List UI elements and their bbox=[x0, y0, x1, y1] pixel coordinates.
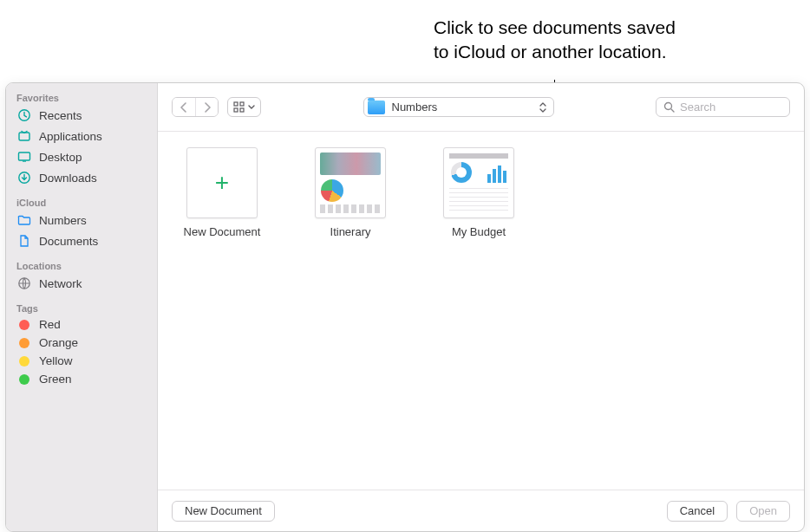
folder-icon bbox=[16, 212, 32, 228]
donut-chart-icon bbox=[451, 162, 472, 183]
callout-line-1: Click to see documents saved bbox=[434, 17, 676, 37]
table-lines-icon bbox=[449, 188, 508, 212]
sidebar-item-desktop[interactable]: Desktop bbox=[6, 146, 157, 167]
svg-rect-7 bbox=[240, 102, 244, 106]
sidebar-item-label: Green bbox=[39, 373, 72, 386]
open-button[interactable]: Open bbox=[736, 501, 790, 522]
document-thumbnail bbox=[443, 147, 514, 218]
chevron-down-icon bbox=[248, 105, 255, 110]
tag-dot-green bbox=[19, 374, 29, 385]
sidebar-item-recents[interactable]: Recents bbox=[6, 105, 157, 126]
sidebar-item-label: Applications bbox=[39, 130, 102, 143]
section-header-locations: Locations bbox=[6, 256, 157, 273]
grid-item-label: Itinerary bbox=[330, 225, 371, 238]
tag-dot-yellow bbox=[19, 356, 29, 367]
section-header-favorites: Favorites bbox=[6, 88, 157, 105]
search-input[interactable] bbox=[680, 101, 782, 114]
svg-rect-3 bbox=[23, 161, 26, 162]
sidebar-item-label: Desktop bbox=[39, 151, 82, 164]
sidebar-item-label: Downloads bbox=[39, 172, 97, 185]
new-document-button[interactable]: New Document bbox=[172, 501, 275, 522]
sidebar-tag-orange[interactable]: Orange bbox=[6, 334, 157, 352]
view-mode-popup[interactable] bbox=[227, 97, 261, 117]
sidebar: Favorites Recents Applications Desktop D… bbox=[6, 83, 158, 531]
open-dialog: Favorites Recents Applications Desktop D… bbox=[5, 82, 805, 532]
sidebar-item-applications[interactable]: Applications bbox=[6, 126, 157, 146]
document-thumbnail bbox=[315, 147, 386, 218]
svg-point-10 bbox=[665, 103, 672, 110]
section-header-tags: Tags bbox=[6, 299, 157, 315]
sidebar-item-label: Recents bbox=[39, 109, 82, 122]
forward-button[interactable] bbox=[195, 98, 218, 116]
new-document-thumbnail: + bbox=[186, 147, 258, 218]
main-panel: Numbers + New Document bbox=[158, 83, 804, 531]
location-popup[interactable]: Numbers bbox=[363, 97, 554, 117]
sidebar-item-label: Yellow bbox=[39, 354, 73, 367]
search-field[interactable] bbox=[656, 97, 790, 117]
grid-item-itinerary[interactable]: Itinerary bbox=[305, 147, 395, 238]
network-icon bbox=[16, 276, 32, 291]
document-icon bbox=[16, 233, 32, 249]
sidebar-tag-yellow[interactable]: Yellow bbox=[6, 352, 157, 370]
desktop-icon bbox=[16, 149, 32, 165]
clock-icon bbox=[16, 107, 32, 123]
bar-chart-icon bbox=[487, 162, 506, 183]
downloads-icon bbox=[16, 170, 32, 185]
sidebar-tag-red[interactable]: Red bbox=[6, 315, 157, 334]
nav-segmented-control bbox=[172, 97, 219, 117]
sidebar-item-label: Red bbox=[39, 318, 61, 331]
sidebar-item-label: Numbers bbox=[39, 214, 87, 227]
tag-dot-red bbox=[19, 320, 29, 330]
pie-chart-icon bbox=[321, 179, 343, 202]
back-button[interactable] bbox=[173, 98, 195, 116]
sidebar-item-documents[interactable]: Documents bbox=[6, 230, 157, 251]
search-icon bbox=[663, 101, 675, 113]
svg-rect-1 bbox=[19, 133, 29, 140]
svg-rect-9 bbox=[240, 108, 244, 112]
folder-icon bbox=[368, 101, 385, 114]
section-header-icloud: iCloud bbox=[6, 193, 157, 210]
sidebar-item-numbers[interactable]: Numbers bbox=[6, 210, 157, 230]
svg-rect-2 bbox=[19, 152, 30, 160]
toolbar: Numbers bbox=[158, 83, 804, 132]
plus-icon: + bbox=[187, 148, 257, 217]
svg-rect-6 bbox=[234, 102, 238, 106]
grid-item-label: New Document bbox=[184, 225, 261, 238]
sidebar-item-network[interactable]: Network bbox=[6, 273, 157, 294]
sidebar-item-label: Orange bbox=[39, 336, 78, 349]
file-grid: + New Document Itinerary My Budget bbox=[158, 132, 804, 490]
tag-dot-orange bbox=[19, 338, 29, 348]
callout-annotation: Click to see documents saved to iCloud o… bbox=[434, 16, 676, 65]
sidebar-item-downloads[interactable]: Downloads bbox=[6, 167, 157, 188]
sidebar-tag-green[interactable]: Green bbox=[6, 370, 157, 388]
grid-item-new-document[interactable]: + New Document bbox=[177, 147, 267, 238]
dialog-footer: New Document Cancel Open bbox=[158, 490, 804, 531]
cancel-button[interactable]: Cancel bbox=[667, 501, 728, 522]
grid-view-icon bbox=[233, 101, 245, 113]
sidebar-item-label: Documents bbox=[39, 235, 98, 248]
callout-line-2: to iCloud or another location. bbox=[434, 42, 667, 62]
sidebar-item-label: Network bbox=[39, 277, 82, 290]
grid-item-my-budget[interactable]: My Budget bbox=[434, 147, 524, 238]
popup-arrows-icon bbox=[538, 102, 548, 113]
svg-rect-8 bbox=[234, 108, 238, 112]
location-label: Numbers bbox=[392, 101, 438, 114]
grid-item-label: My Budget bbox=[452, 225, 506, 238]
applications-icon bbox=[16, 128, 32, 144]
